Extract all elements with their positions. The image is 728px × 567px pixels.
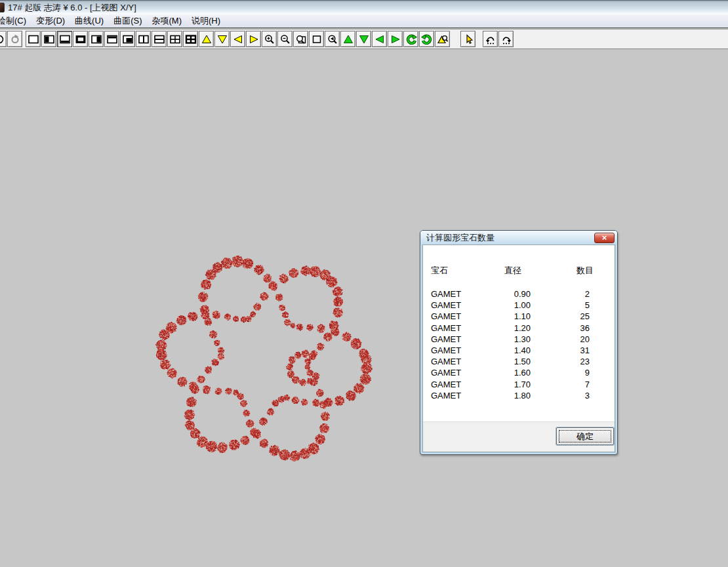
viewport-right-button[interactable] [89, 31, 104, 47]
redo-button[interactable] [498, 31, 514, 47]
split-quad-bold-button[interactable] [183, 31, 198, 47]
close-icon[interactable]: × [594, 233, 615, 243]
viewport-frame-button[interactable] [73, 31, 88, 47]
viewport-single-icon [28, 34, 39, 45]
gem-count-dialog: 计算圆形宝石数量 × 宝石 直径 数目 GAMET0.902GAMET1.005… [420, 230, 618, 455]
viewport-bottom-button[interactable] [57, 31, 72, 47]
column-header-gem: 宝石 [431, 265, 448, 277]
zoom-in-button[interactable] [262, 31, 277, 47]
viewport-inner-icon [122, 34, 134, 45]
count-cell: 5 [554, 300, 590, 310]
gem-name-cell: GAMET [431, 311, 461, 321]
split-vertical-button[interactable] [136, 31, 151, 47]
table-row: GAMET1.3020 [423, 334, 615, 345]
count-cell: 7 [554, 380, 590, 389]
gem-name-cell: GAMET [431, 345, 461, 355]
refresh-view-icon [9, 34, 21, 45]
gem-name-cell: GAMET [431, 300, 461, 310]
design-canvas[interactable] [0, 50, 728, 567]
split-quad-icon [169, 34, 181, 45]
viewport-left-icon [43, 34, 55, 45]
count-cell: 23 [554, 357, 590, 366]
pan-left-button[interactable] [230, 31, 245, 47]
dialog-title: 计算圆形宝石数量 [426, 232, 495, 244]
menu-bar: 绘制(C)变形(D)曲线(U)曲面(S)杂项(M)说明(H) [0, 14, 728, 28]
menu-item-help[interactable]: 说明(H) [188, 14, 224, 28]
table-row: GAMET1.005 [423, 300, 615, 311]
zoom-out-button[interactable] [277, 31, 293, 47]
viewport-left-button[interactable] [41, 31, 56, 47]
diameter-cell: 1.70 [489, 380, 531, 389]
undo-button[interactable] [483, 31, 498, 47]
pan-left-icon [232, 34, 244, 45]
window-title: 17# 起版 志涛 ¥ 6.0 - [上视图 X/Y] [8, 2, 136, 14]
count-cell: 25 [554, 311, 590, 321]
gem-name-cell: GAMET [431, 334, 461, 344]
menu-item-draw[interactable]: 绘制(C) [0, 14, 30, 28]
viewport-top-icon [106, 34, 118, 45]
rotate-up-button[interactable] [340, 31, 355, 47]
window-titlebar[interactable]: 17# 起版 志涛 ¥ 6.0 - [上视图 X/Y] [0, 0, 728, 14]
diameter-cell: 1.00 [489, 300, 531, 310]
viewport-right-icon [91, 34, 102, 45]
count-cell: 9 [554, 368, 590, 378]
zoom-window-button[interactable] [293, 31, 308, 47]
diameter-cell: 1.50 [489, 357, 531, 366]
table-row: GAMET1.1025 [423, 311, 615, 323]
select-tool-icon [462, 34, 474, 45]
pan-down-icon [216, 34, 228, 45]
split-quad-button[interactable] [167, 31, 182, 47]
gem-name-cell: GAMET [431, 289, 461, 299]
pan-right-button[interactable] [246, 31, 261, 47]
zoom-window-icon [295, 34, 307, 45]
gem-name-cell: GAMET [431, 391, 461, 401]
view-circle-icon [0, 34, 5, 45]
rotate-down-button[interactable] [356, 31, 371, 47]
render-inspect-button[interactable] [435, 31, 450, 47]
zoom-rotate-button[interactable] [325, 31, 340, 47]
undo-icon [485, 34, 496, 45]
count-cell: 3 [554, 391, 590, 401]
view-circle-button[interactable] [0, 31, 7, 47]
dialog-client: 宝石 直径 数目 GAMET0.902GAMET1.005GAMET1.1025… [422, 244, 615, 452]
table-row: GAMET1.803 [423, 391, 615, 402]
refresh-view-button[interactable] [7, 31, 22, 47]
pan-down-button[interactable] [214, 31, 230, 47]
menu-item-surface[interactable]: 曲面(S) [110, 14, 146, 28]
menu-item-curve[interactable]: 曲线(U) [71, 14, 108, 28]
table-row: GAMET0.902 [423, 289, 615, 300]
viewport-area: 计算圆形宝石数量 × 宝石 直径 数目 GAMET0.902GAMET1.005… [0, 50, 728, 567]
render-inspect-icon [437, 34, 449, 45]
select-tool-button[interactable] [460, 31, 475, 47]
diameter-cell: 1.10 [489, 311, 531, 321]
rotate-left-button[interactable] [372, 31, 387, 47]
column-header-count: 数目 [576, 265, 594, 277]
split-horizontal-button[interactable] [152, 31, 167, 47]
zoom-fit-button[interactable] [309, 31, 324, 47]
toolbar [0, 29, 728, 49]
rotate-right-button[interactable] [388, 31, 403, 47]
pan-up-button[interactable] [199, 31, 214, 47]
count-cell: 36 [554, 323, 590, 333]
zoom-rotate-icon [327, 34, 338, 45]
count-cell: 31 [554, 345, 590, 355]
viewport-inner-button[interactable] [120, 31, 135, 47]
viewport-bottom-icon [59, 34, 71, 45]
split-vertical-icon [138, 34, 150, 45]
viewport-single-button[interactable] [26, 31, 41, 47]
dialog-titlebar[interactable]: 计算圆形宝石数量 [420, 231, 617, 244]
diameter-cell: 1.80 [489, 391, 531, 401]
orbit-ccw-button[interactable] [403, 31, 418, 47]
diameter-cell: 0.90 [489, 289, 531, 299]
gem-table: 宝石 直径 数目 GAMET0.902GAMET1.005GAMET1.1025… [423, 245, 615, 421]
rotate-right-icon [390, 34, 401, 45]
menu-item-misc[interactable]: 杂项(M) [148, 14, 186, 28]
diameter-cell: 1.20 [489, 323, 531, 333]
app-icon [0, 3, 5, 12]
menu-item-transform[interactable]: 变形(D) [32, 14, 69, 28]
zoom-in-icon [264, 34, 275, 45]
orbit-cw-button[interactable] [419, 31, 434, 47]
table-row: GAMET1.609 [423, 368, 615, 379]
viewport-top-button[interactable] [104, 31, 119, 47]
ok-button[interactable]: 确定 [556, 427, 614, 445]
